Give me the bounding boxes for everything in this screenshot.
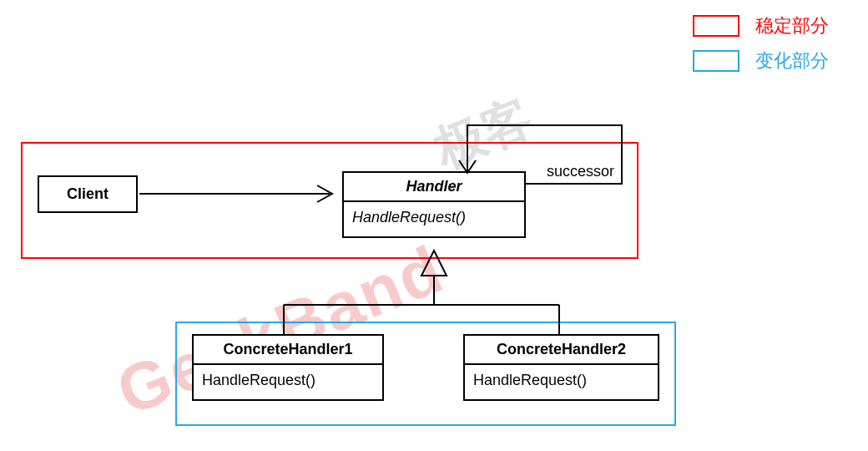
class-concrete2-name: ConcreteHandler2 [463, 334, 659, 363]
class-concrete-handler-2: ConcreteHandler2 HandleRequest() [463, 334, 659, 401]
class-concrete1-op: HandleRequest() [192, 363, 384, 401]
class-handler-name: Handler [342, 171, 526, 200]
legend-swatch-stable [693, 15, 739, 37]
class-handler-op: HandleRequest() [342, 200, 526, 238]
class-client: Client [38, 175, 138, 213]
legend-label-variable: 变化部分 [755, 48, 829, 73]
association-successor-label: successor [547, 163, 614, 180]
legend-swatch-variable [693, 50, 739, 72]
class-handler: Handler HandleRequest() [342, 171, 526, 238]
class-concrete-handler-1: ConcreteHandler1 HandleRequest() [192, 334, 384, 401]
legend-label-stable: 稳定部分 [755, 13, 829, 38]
class-concrete1-name: ConcreteHandler1 [192, 334, 384, 363]
diagram-stage: GeekBand 极客 稳定部分 变化部分 Client Handler Han… [0, 0, 868, 451]
class-concrete2-op: HandleRequest() [463, 363, 659, 401]
